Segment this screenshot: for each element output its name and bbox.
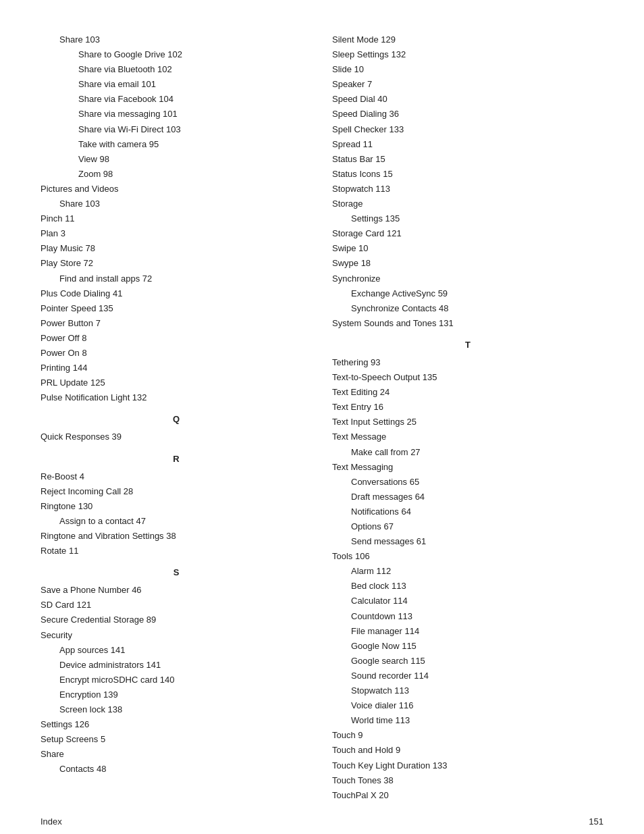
index-entry: System Sounds and Tones 131: [332, 316, 603, 331]
footer: Index 151: [41, 803, 603, 827]
section-header: T: [332, 338, 603, 353]
index-entry: Zoom 98: [41, 167, 312, 182]
index-entry: Tethering 93: [332, 355, 603, 370]
index-entry: Tools 106: [332, 549, 603, 564]
index-entry: Share via Bluetooth 102: [41, 62, 312, 77]
index-entry: Voice dialer 116: [332, 698, 603, 713]
index-entry: Plan 3: [41, 226, 312, 241]
index-entry: Settings 126: [41, 717, 312, 732]
index-entry: Text Editing 24: [332, 385, 603, 400]
index-entry: Spread 11: [332, 137, 603, 152]
index-entry: Assign to a contact 47: [41, 514, 312, 529]
index-entry: Share via Facebook 104: [41, 92, 312, 107]
index-entry: Speed Dial 40: [332, 92, 603, 107]
index-entry: Setup Screens 5: [41, 732, 312, 747]
index-entry: Pointer Speed 135: [41, 301, 312, 316]
index-entry: View 98: [41, 152, 312, 167]
index-entry: Save a Phone Number 46: [41, 583, 312, 598]
index-entry: Stopwatch 113: [332, 182, 603, 197]
index-entry: Calculator 114: [332, 594, 603, 608]
index-entry: Take with camera 95: [41, 137, 312, 152]
index-entry: Draft messages 64: [332, 490, 603, 504]
index-entry: Notifications 64: [332, 504, 603, 519]
index-entry: Share via email 101: [41, 77, 312, 92]
index-entry: Slide 10: [332, 62, 603, 77]
index-entry: Sleep Settings 132: [332, 47, 603, 62]
index-entry: Quick Responses 39: [41, 429, 312, 444]
index-entry: Pinch 11: [41, 211, 312, 226]
index-entry: Swipe 10: [332, 241, 603, 256]
index-entry: Text Input Settings 25: [332, 415, 603, 429]
index-entry: Storage: [332, 197, 603, 211]
index-entry: Device administrators 141: [41, 658, 312, 673]
index-entry: Share 103: [41, 197, 312, 211]
footer-page-number: 151: [589, 816, 603, 827]
index-entry: Touch Tones 38: [332, 773, 603, 788]
index-entry: Status Icons 15: [332, 167, 603, 182]
index-entry: Synchronize Contacts 48: [332, 301, 603, 316]
section-header: S: [41, 565, 312, 580]
index-entry: Secure Credential Storage 89: [41, 613, 312, 627]
index-entry: Touch Key Light Duration 133: [332, 758, 603, 773]
index-entry: Find and install apps 72: [41, 271, 312, 286]
index-entry: Google search 115: [332, 654, 603, 669]
index-entry: SD Card 121: [41, 598, 312, 613]
index-entry: Text-to-Speech Output 135: [332, 370, 603, 385]
page: Share 103Share to Google Drive 102Share …: [0, 0, 644, 834]
right-column: Silent Mode 129Sleep Settings 132Slide 1…: [332, 32, 603, 803]
index-entry: Share: [41, 747, 312, 762]
index-entry: Settings 135: [332, 211, 603, 226]
index-entry: Options 67: [332, 519, 603, 534]
index-entry: Swype 18: [332, 256, 603, 271]
index-entry: Stopwatch 113: [332, 683, 603, 698]
index-entry: Speaker 7: [332, 77, 603, 92]
index-entry: Text Message: [332, 429, 603, 444]
index-entry: Touch 9: [332, 728, 603, 743]
index-entry: Rotate 11: [41, 544, 312, 558]
index-entry: Printing 144: [41, 361, 312, 375]
index-entry: Share via Wi-Fi Direct 103: [41, 122, 312, 137]
index-entry: Conversations 65: [332, 475, 603, 490]
index-entry: Synchronize: [332, 271, 603, 286]
index-entry: Sound recorder 114: [332, 669, 603, 683]
index-entry: App sources 141: [41, 643, 312, 658]
index-entry: Encryption 139: [41, 687, 312, 702]
index-entry: Silent Mode 129: [332, 32, 603, 47]
section-header: R: [41, 452, 312, 467]
index-entry: Alarm 112: [332, 564, 603, 579]
index-entry: Contacts 48: [41, 762, 312, 777]
index-entry: Share via messaging 101: [41, 107, 312, 122]
index-entry: Storage Card 121: [332, 226, 603, 241]
index-entry: Plus Code Dialing 41: [41, 286, 312, 301]
index-entry: Make call from 27: [332, 445, 603, 460]
index-entry: Security: [41, 628, 312, 643]
index-entry: World time 113: [332, 713, 603, 728]
index-entry: Re-Boost 4: [41, 469, 312, 484]
index-entry: File manager 114: [332, 624, 603, 639]
index-entry: Pictures and Videos: [41, 182, 312, 197]
index-entry: Ringtone 130: [41, 499, 312, 514]
index-entry: Text Messaging: [332, 460, 603, 475]
footer-label: Index: [41, 816, 62, 827]
index-entry: Spell Checker 133: [332, 122, 603, 137]
index-entry: Text Entry 16: [332, 400, 603, 415]
index-entry: Touch and Hold 9: [332, 743, 603, 758]
index-entry: Speed Dialing 36: [332, 107, 603, 122]
content-columns: Share 103Share to Google Drive 102Share …: [41, 32, 603, 803]
index-entry: Power Button 7: [41, 316, 312, 331]
index-entry: Status Bar 15: [332, 152, 603, 167]
index-entry: PRL Update 125: [41, 375, 312, 390]
index-entry: Google Now 115: [332, 639, 603, 654]
index-entry: Power Off 8: [41, 331, 312, 346]
index-entry: Play Music 78: [41, 241, 312, 256]
index-entry: Share 103: [41, 32, 312, 47]
index-entry: Bed clock 113: [332, 579, 603, 594]
index-entry: Reject Incoming Call 28: [41, 484, 312, 499]
index-entry: Share to Google Drive 102: [41, 47, 312, 62]
left-column: Share 103Share to Google Drive 102Share …: [41, 32, 332, 803]
index-entry: Pulse Notification Light 132: [41, 390, 312, 405]
section-header: Q: [41, 412, 312, 427]
index-entry: Encrypt microSDHC card 140: [41, 673, 312, 687]
index-entry: Ringtone and Vibration Settings 38: [41, 529, 312, 544]
index-entry: TouchPal X 20: [332, 788, 603, 803]
